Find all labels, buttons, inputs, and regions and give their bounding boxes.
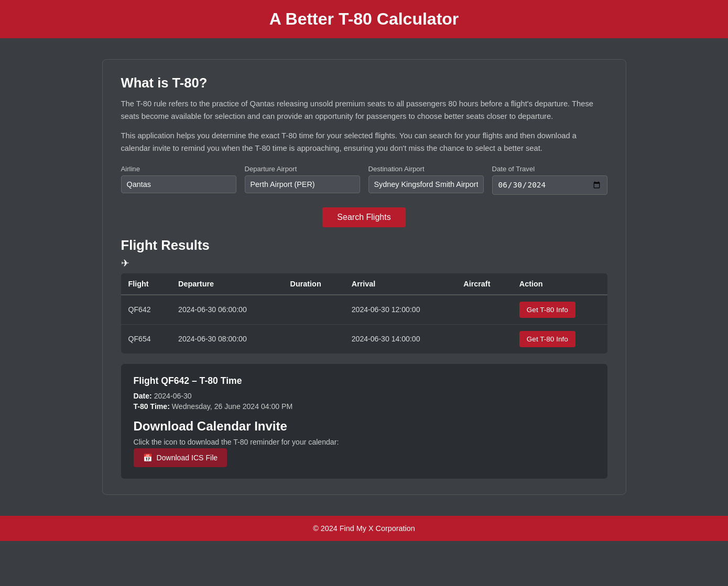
t80-info-button-1[interactable]: Get T-80 Info xyxy=(519,331,575,347)
search-form: Airline Departure Airport Destination Ai… xyxy=(121,165,607,194)
table-row: QF654 2024-06-30 08:00:00 2024-06-30 14:… xyxy=(121,324,607,353)
table-row: QF642 2024-06-30 06:00:00 2024-06-30 12:… xyxy=(121,295,607,325)
departure-input[interactable] xyxy=(245,175,360,193)
cell-action-0: Get T-80 Info xyxy=(512,295,607,325)
info-title: What is T-80? xyxy=(121,75,607,91)
calendar-desc: Click the icon to download the T-80 remi… xyxy=(134,438,595,446)
airline-group: Airline xyxy=(121,165,236,194)
t80-info-card: Flight QF642 – T-80 Time Date: 2024-06-3… xyxy=(121,364,607,479)
destination-label: Destination Airport xyxy=(368,165,484,173)
t80-date-label: Date: xyxy=(134,392,152,400)
destination-group: Destination Airport xyxy=(368,165,484,194)
results-section: Flight Results ✈ Flight Departure Durati… xyxy=(121,238,607,353)
date-input[interactable] xyxy=(492,175,607,194)
search-button[interactable]: Search Flights xyxy=(322,207,405,227)
cell-aircraft-0 xyxy=(456,295,512,325)
site-footer: © 2024 Find My X Corporation xyxy=(0,516,728,541)
col-action: Action xyxy=(512,273,607,295)
date-group: Date of Travel xyxy=(492,165,607,194)
cell-duration-1 xyxy=(283,324,344,353)
site-title: A Better T-80 Calculator xyxy=(0,9,728,29)
col-departure: Departure xyxy=(171,273,282,295)
cell-flight-0: QF642 xyxy=(121,295,171,325)
results-table: Flight Departure Duration Arrival Aircra… xyxy=(121,273,607,353)
t80-time-line: T-80 Time: Wednesday, 26 June 2024 04:00… xyxy=(134,402,595,411)
plane-icon: ✈ xyxy=(121,257,607,269)
info-section: What is T-80? The T-80 rule refers to th… xyxy=(121,75,607,154)
ics-button-label: Download ICS File xyxy=(157,454,218,462)
main-card: What is T-80? The T-80 rule refers to th… xyxy=(102,59,626,495)
departure-group: Departure Airport xyxy=(245,165,360,194)
col-duration: Duration xyxy=(283,273,344,295)
col-aircraft: Aircraft xyxy=(456,273,512,295)
calendar-icon: 📅 xyxy=(143,454,153,462)
table-header-row: Flight Departure Duration Arrival Aircra… xyxy=(121,273,607,295)
site-header: A Better T-80 Calculator xyxy=(0,0,728,38)
cell-arrival-0: 2024-06-30 12:00:00 xyxy=(344,295,456,325)
info-paragraph-2: This application helps you determine the… xyxy=(121,130,607,154)
col-flight: Flight xyxy=(121,273,171,295)
info-paragraph-1: The T-80 rule refers to the practice of … xyxy=(121,98,607,123)
cell-action-1: Get T-80 Info xyxy=(512,324,607,353)
t80-date-value: 2024-06-30 xyxy=(154,392,192,400)
search-btn-row: Search Flights xyxy=(121,207,607,227)
col-arrival: Arrival xyxy=(344,273,456,295)
t80-time-value: Wednesday, 26 June 2024 04:00 PM xyxy=(172,402,292,411)
t80-date-line: Date: 2024-06-30 xyxy=(134,392,595,400)
cell-duration-0 xyxy=(283,295,344,325)
cell-aircraft-1 xyxy=(456,324,512,353)
departure-label: Departure Airport xyxy=(245,165,360,173)
results-title: Flight Results xyxy=(121,238,607,253)
airline-label: Airline xyxy=(121,165,236,173)
t80-time-label: T-80 Time: xyxy=(134,402,170,411)
cell-arrival-1: 2024-06-30 14:00:00 xyxy=(344,324,456,353)
calendar-title: Download Calendar Invite xyxy=(134,419,595,434)
footer-text: © 2024 Find My X Corporation xyxy=(313,524,415,533)
cell-departure-0: 2024-06-30 06:00:00 xyxy=(171,295,282,325)
t80-card-title: Flight QF642 – T-80 Time xyxy=(134,375,595,386)
t80-info-button-0[interactable]: Get T-80 Info xyxy=(519,302,575,318)
cell-departure-1: 2024-06-30 08:00:00 xyxy=(171,324,282,353)
date-label: Date of Travel xyxy=(492,165,607,173)
destination-input[interactable] xyxy=(368,175,484,193)
cell-flight-1: QF654 xyxy=(121,324,171,353)
airline-input[interactable] xyxy=(121,175,236,193)
download-ics-button[interactable]: 📅 Download ICS File xyxy=(134,448,227,467)
